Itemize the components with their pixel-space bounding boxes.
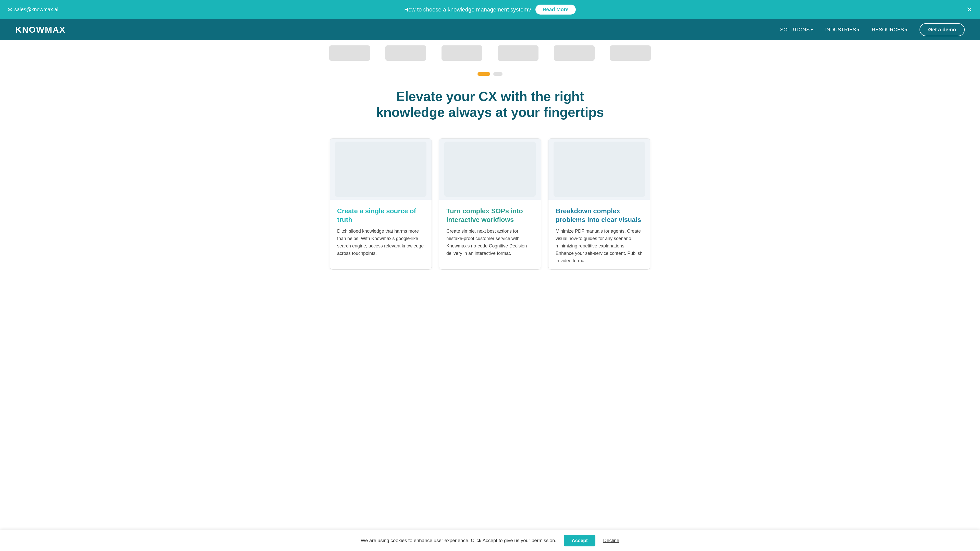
card-title: Breakdown complex problems into clear vi… <box>555 207 643 224</box>
announcement-message: How to choose a knowledge management sys… <box>404 6 531 13</box>
carousel-dot-inactive[interactable] <box>493 72 503 76</box>
card-content: Create a single source of truth Ditch si… <box>330 200 431 262</box>
hero-title: Elevate your CX with the right knowledge… <box>363 89 617 121</box>
partner-logo-strip <box>0 40 980 66</box>
card-image <box>549 138 650 200</box>
card-content: Turn complex SOPs into interactive workf… <box>439 200 541 262</box>
chevron-down-icon: ▾ <box>905 28 907 32</box>
card-description: Ditch siloed knowledge that harms more t… <box>337 227 425 257</box>
logo: KNOWMAX <box>15 25 65 35</box>
card-description: Create simple, next best actions for mis… <box>446 227 534 257</box>
email-text: sales@knowmax.ai <box>14 6 59 13</box>
partner-logo <box>610 45 651 61</box>
partner-logo <box>385 45 426 61</box>
card-description: Minimize PDF manuals for agents. Create … <box>555 227 643 264</box>
hero-section: Elevate your CX with the right knowledge… <box>0 78 980 136</box>
read-more-button[interactable]: Read More <box>535 5 576 14</box>
navbar: KNOWMAX SOLUTIONS ▾ INDUSTRIES ▾ RESOURC… <box>0 19 980 40</box>
chevron-down-icon: ▾ <box>811 28 813 32</box>
nav-links: SOLUTIONS ▾ INDUSTRIES ▾ RESOURCES ▾ Get… <box>780 23 965 36</box>
card-title: Create a single source of truth <box>337 207 425 224</box>
card-title: Turn complex SOPs into interactive workf… <box>446 207 534 224</box>
partner-logo <box>329 45 370 61</box>
nav-solutions[interactable]: SOLUTIONS ▾ <box>780 27 813 33</box>
card-single-source: Create a single source of truth Ditch si… <box>330 138 432 270</box>
partner-logo <box>554 45 595 61</box>
card-image <box>330 138 431 200</box>
email-icon: ✉ <box>8 6 12 13</box>
chevron-down-icon: ▾ <box>858 28 859 32</box>
announcement-email: ✉ sales@knowmax.ai <box>8 6 59 13</box>
carousel-dot-active[interactable] <box>477 72 490 76</box>
nav-industries[interactable]: INDUSTRIES ▾ <box>825 27 859 33</box>
card-content: Breakdown complex problems into clear vi… <box>549 200 650 270</box>
close-announcement-button[interactable]: ✕ <box>966 6 972 13</box>
card-image <box>439 138 541 200</box>
card-image-placeholder <box>335 141 426 197</box>
nav-resources[interactable]: RESOURCES ▾ <box>872 27 907 33</box>
get-demo-button[interactable]: Get a demo <box>920 23 965 36</box>
announcement-bar: ✉ sales@knowmax.ai How to choose a knowl… <box>0 0 980 19</box>
carousel-dots <box>0 66 980 78</box>
card-visuals: Breakdown complex problems into clear vi… <box>548 138 650 270</box>
card-image-placeholder <box>554 141 645 197</box>
partner-logo <box>442 45 482 61</box>
cards-section: Create a single source of truth Ditch si… <box>0 136 980 270</box>
partner-logo <box>498 45 538 61</box>
card-image-placeholder <box>444 141 536 197</box>
card-workflows: Turn complex SOPs into interactive workf… <box>439 138 541 270</box>
